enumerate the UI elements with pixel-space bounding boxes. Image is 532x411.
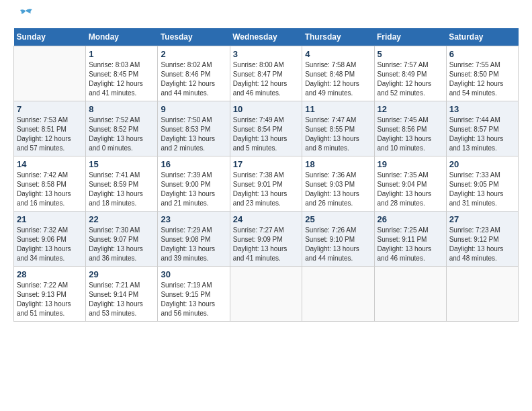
- day-number: 30: [161, 269, 226, 279]
- day-number: 13: [449, 104, 515, 114]
- day-number: 9: [161, 104, 226, 114]
- calendar-cell: 30Sunrise: 7:19 AM Sunset: 9:15 PM Dayli…: [158, 267, 230, 322]
- calendar-cell: 23Sunrise: 7:29 AM Sunset: 9:08 PM Dayli…: [158, 212, 230, 267]
- day-info: Sunrise: 7:32 AM Sunset: 9:06 PM Dayligh…: [17, 226, 83, 263]
- day-info: Sunrise: 7:42 AM Sunset: 8:58 PM Dayligh…: [17, 171, 83, 208]
- header-thursday: Thursday: [302, 28, 374, 46]
- day-number: 11: [305, 104, 371, 114]
- calendar-cell: 28Sunrise: 7:22 AM Sunset: 9:13 PM Dayli…: [14, 267, 86, 322]
- day-number: 29: [89, 269, 154, 279]
- day-info: Sunrise: 8:03 AM Sunset: 8:45 PM Dayligh…: [89, 60, 154, 98]
- day-number: 1: [89, 49, 154, 59]
- day-number: 3: [233, 49, 300, 59]
- day-info: Sunrise: 7:33 AM Sunset: 9:05 PM Dayligh…: [449, 171, 515, 208]
- week-row-5: 28Sunrise: 7:22 AM Sunset: 9:13 PM Dayli…: [14, 267, 519, 322]
- day-number: 7: [17, 104, 83, 114]
- day-number: 14: [17, 159, 83, 169]
- calendar-cell: [302, 267, 374, 322]
- day-number: 24: [233, 214, 300, 224]
- day-number: 23: [161, 214, 226, 224]
- header-monday: Monday: [86, 28, 158, 46]
- calendar-cell: 6Sunrise: 7:55 AM Sunset: 8:50 PM Daylig…: [446, 46, 518, 101]
- calendar-cell: 21Sunrise: 7:32 AM Sunset: 9:06 PM Dayli…: [14, 212, 86, 267]
- calendar-cell: 1Sunrise: 8:03 AM Sunset: 8:45 PM Daylig…: [86, 46, 158, 101]
- calendar-cell: 2Sunrise: 8:02 AM Sunset: 8:46 PM Daylig…: [158, 46, 230, 101]
- day-info: Sunrise: 7:26 AM Sunset: 9:10 PM Dayligh…: [305, 226, 371, 263]
- week-row-4: 21Sunrise: 7:32 AM Sunset: 9:06 PM Dayli…: [14, 212, 519, 267]
- header-friday: Friday: [374, 28, 446, 46]
- calendar-cell: 8Sunrise: 7:52 AM Sunset: 8:52 PM Daylig…: [86, 101, 158, 156]
- day-info: Sunrise: 7:27 AM Sunset: 9:09 PM Dayligh…: [233, 226, 300, 263]
- day-info: Sunrise: 7:47 AM Sunset: 8:55 PM Dayligh…: [305, 116, 371, 153]
- calendar-cell: 18Sunrise: 7:36 AM Sunset: 9:03 PM Dayli…: [302, 156, 374, 212]
- day-number: 10: [233, 104, 300, 114]
- calendar-cell: 12Sunrise: 7:45 AM Sunset: 8:56 PM Dayli…: [374, 101, 446, 156]
- day-info: Sunrise: 7:45 AM Sunset: 8:56 PM Dayligh…: [378, 116, 443, 153]
- calendar-cell: 4Sunrise: 7:58 AM Sunset: 8:48 PM Daylig…: [302, 46, 374, 101]
- day-number: 19: [378, 159, 443, 169]
- calendar-cell: 13Sunrise: 7:44 AM Sunset: 8:57 PM Dayli…: [446, 101, 518, 156]
- day-info: Sunrise: 7:19 AM Sunset: 9:15 PM Dayligh…: [161, 281, 226, 318]
- calendar-cell: [14, 46, 86, 101]
- logo: [13, 13, 35, 21]
- day-number: 22: [89, 214, 154, 224]
- day-info: Sunrise: 7:44 AM Sunset: 8:57 PM Dayligh…: [449, 116, 515, 153]
- day-number: 5: [378, 49, 443, 59]
- day-info: Sunrise: 8:02 AM Sunset: 8:46 PM Dayligh…: [161, 60, 226, 98]
- day-number: 27: [449, 214, 515, 224]
- calendar-cell: 27Sunrise: 7:23 AM Sunset: 9:12 PM Dayli…: [446, 212, 518, 267]
- calendar-cell: 24Sunrise: 7:27 AM Sunset: 9:09 PM Dayli…: [230, 212, 302, 267]
- calendar-cell: 9Sunrise: 7:50 AM Sunset: 8:53 PM Daylig…: [158, 101, 230, 156]
- day-number: 15: [89, 159, 154, 169]
- calendar-cell: 16Sunrise: 7:39 AM Sunset: 9:00 PM Dayli…: [158, 156, 230, 212]
- calendar-cell: 22Sunrise: 7:30 AM Sunset: 9:07 PM Dayli…: [86, 212, 158, 267]
- calendar-cell: 15Sunrise: 7:41 AM Sunset: 8:59 PM Dayli…: [86, 156, 158, 212]
- day-number: 21: [17, 214, 83, 224]
- calendar-cell: [230, 267, 302, 322]
- day-number: 28: [17, 269, 83, 279]
- day-info: Sunrise: 7:25 AM Sunset: 9:11 PM Dayligh…: [378, 226, 443, 263]
- header-saturday: Saturday: [446, 28, 518, 46]
- day-number: 4: [305, 49, 371, 59]
- day-number: 6: [449, 49, 515, 59]
- calendar-cell: [374, 267, 446, 322]
- page-header: [13, 13, 519, 21]
- day-number: 2: [161, 49, 226, 59]
- header-row: SundayMondayTuesdayWednesdayThursdayFrid…: [14, 28, 519, 46]
- week-row-3: 14Sunrise: 7:42 AM Sunset: 8:58 PM Dayli…: [14, 156, 519, 212]
- day-info: Sunrise: 7:29 AM Sunset: 9:08 PM Dayligh…: [161, 226, 226, 263]
- logo-bird-icon: [16, 8, 35, 21]
- calendar-cell: 26Sunrise: 7:25 AM Sunset: 9:11 PM Dayli…: [374, 212, 446, 267]
- day-number: 26: [378, 214, 443, 224]
- day-number: 16: [161, 159, 226, 169]
- day-number: 20: [449, 159, 515, 169]
- day-number: 8: [89, 104, 154, 114]
- day-number: 25: [305, 214, 371, 224]
- day-info: Sunrise: 7:30 AM Sunset: 9:07 PM Dayligh…: [89, 226, 154, 263]
- day-info: Sunrise: 7:35 AM Sunset: 9:04 PM Dayligh…: [378, 171, 443, 208]
- calendar-cell: 14Sunrise: 7:42 AM Sunset: 8:58 PM Dayli…: [14, 156, 86, 212]
- header-sunday: Sunday: [14, 28, 86, 46]
- day-info: Sunrise: 7:50 AM Sunset: 8:53 PM Dayligh…: [161, 116, 226, 153]
- day-info: Sunrise: 7:57 AM Sunset: 8:49 PM Dayligh…: [378, 60, 443, 98]
- calendar-cell: 19Sunrise: 7:35 AM Sunset: 9:04 PM Dayli…: [374, 156, 446, 212]
- day-number: 17: [233, 159, 300, 169]
- calendar-cell: 3Sunrise: 8:00 AM Sunset: 8:47 PM Daylig…: [230, 46, 302, 101]
- calendar-cell: 20Sunrise: 7:33 AM Sunset: 9:05 PM Dayli…: [446, 156, 518, 212]
- day-info: Sunrise: 7:39 AM Sunset: 9:00 PM Dayligh…: [161, 171, 226, 208]
- day-info: Sunrise: 7:55 AM Sunset: 8:50 PM Dayligh…: [449, 60, 515, 98]
- calendar-cell: 25Sunrise: 7:26 AM Sunset: 9:10 PM Dayli…: [302, 212, 374, 267]
- day-info: Sunrise: 7:21 AM Sunset: 9:14 PM Dayligh…: [89, 281, 154, 318]
- header-tuesday: Tuesday: [158, 28, 230, 46]
- day-info: Sunrise: 7:23 AM Sunset: 9:12 PM Dayligh…: [449, 226, 515, 263]
- day-info: Sunrise: 7:36 AM Sunset: 9:03 PM Dayligh…: [305, 171, 371, 208]
- day-info: Sunrise: 7:52 AM Sunset: 8:52 PM Dayligh…: [89, 116, 154, 153]
- day-info: Sunrise: 7:49 AM Sunset: 8:54 PM Dayligh…: [233, 116, 300, 153]
- day-info: Sunrise: 7:58 AM Sunset: 8:48 PM Dayligh…: [305, 60, 371, 98]
- day-info: Sunrise: 7:22 AM Sunset: 9:13 PM Dayligh…: [17, 281, 83, 318]
- day-info: Sunrise: 7:38 AM Sunset: 9:01 PM Dayligh…: [233, 171, 300, 208]
- calendar-table: SundayMondayTuesdayWednesdayThursdayFrid…: [13, 28, 519, 322]
- week-row-1: 1Sunrise: 8:03 AM Sunset: 8:45 PM Daylig…: [14, 46, 519, 101]
- calendar-cell: 7Sunrise: 7:53 AM Sunset: 8:51 PM Daylig…: [14, 101, 86, 156]
- header-wednesday: Wednesday: [230, 28, 302, 46]
